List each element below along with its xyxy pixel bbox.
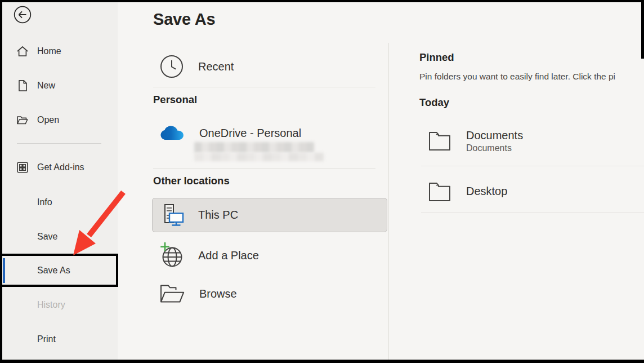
save-location-this-pc[interactable]: This PC <box>152 198 387 232</box>
sidebar-item-label: Save <box>37 232 57 242</box>
screenshot-border <box>641 0 644 59</box>
pinned-header: Pinned <box>419 51 454 64</box>
browse-folder-icon <box>159 283 185 304</box>
sidebar-item-history: History <box>0 293 115 317</box>
sidebar-item-label: Info <box>37 197 52 207</box>
back-button[interactable] <box>14 6 32 24</box>
pinned-item-desktop[interactable]: Desktop <box>428 179 507 203</box>
sidebar-item-save[interactable]: Save <box>0 224 115 249</box>
section-header-personal: Personal <box>153 94 197 106</box>
back-arrow-icon <box>14 6 32 24</box>
sidebar-item-info[interactable]: Info <box>0 190 115 215</box>
this-pc-icon <box>162 203 185 227</box>
screenshot-border <box>0 360 644 363</box>
place-label: Add a Place <box>198 249 259 262</box>
redacted-account-email <box>194 142 314 153</box>
sidebar-item-new[interactable]: New <box>0 73 115 98</box>
divider <box>153 168 375 169</box>
screenshot-border <box>0 0 2 363</box>
divider <box>153 87 375 87</box>
selection-accent-bar <box>3 258 5 283</box>
section-header-other-locations: Other locations <box>153 175 230 187</box>
pinned-item-title: Desktop <box>466 179 507 203</box>
open-folder-icon <box>16 113 29 127</box>
redacted-account-email <box>194 153 324 161</box>
add-ins-grid-icon <box>16 161 29 174</box>
save-location-onedrive[interactable]: OneDrive - Personal <box>159 125 301 141</box>
folder-icon <box>428 129 451 152</box>
sidebar-item-open[interactable]: Open <box>0 108 115 132</box>
divider <box>17 143 101 144</box>
sidebar-item-label: Get Add-ins <box>37 162 84 172</box>
pinned-item-title: Documents <box>466 129 523 143</box>
save-location-recent[interactable]: Recent <box>159 54 234 79</box>
pinned-item-documents[interactable]: Documents Documents <box>428 129 523 154</box>
place-label: Recent <box>198 60 234 73</box>
today-header: Today <box>419 96 449 109</box>
divider <box>421 213 644 213</box>
folder-icon <box>428 179 451 203</box>
page-title: Save As <box>153 10 215 29</box>
pinned-description: Pin folders you want to easily find late… <box>419 72 615 82</box>
globe-plus-icon <box>159 242 184 268</box>
home-icon <box>16 45 29 58</box>
panel-divider <box>388 43 389 360</box>
sidebar-item-home[interactable]: Home <box>0 39 115 64</box>
sidebar-item-save-as[interactable]: Save As <box>37 254 70 287</box>
save-location-add-a-place[interactable]: Add a Place <box>159 242 259 268</box>
screenshot-border <box>0 0 644 2</box>
divider <box>421 166 644 166</box>
sidebar-item-label: Home <box>37 46 61 56</box>
sidebar-item-label: Open <box>37 115 59 125</box>
onedrive-cloud-icon <box>159 125 185 141</box>
pinned-item-subtitle: Documents <box>466 143 523 154</box>
sidebar-item-get-add-ins[interactable]: Get Add-ins <box>0 155 115 180</box>
sidebar-item-label: Save As <box>37 265 70 276</box>
save-location-browse[interactable]: Browse <box>159 283 237 304</box>
new-document-icon <box>16 79 29 92</box>
sidebar-item-print[interactable]: Print <box>0 327 115 352</box>
clock-icon <box>159 54 184 79</box>
place-label: This PC <box>198 209 238 222</box>
sidebar-item-label: New <box>37 81 55 91</box>
sidebar-item-label: History <box>37 300 65 310</box>
place-label: OneDrive - Personal <box>199 127 301 140</box>
place-label: Browse <box>199 287 237 300</box>
sidebar-item-label: Print <box>37 334 56 344</box>
